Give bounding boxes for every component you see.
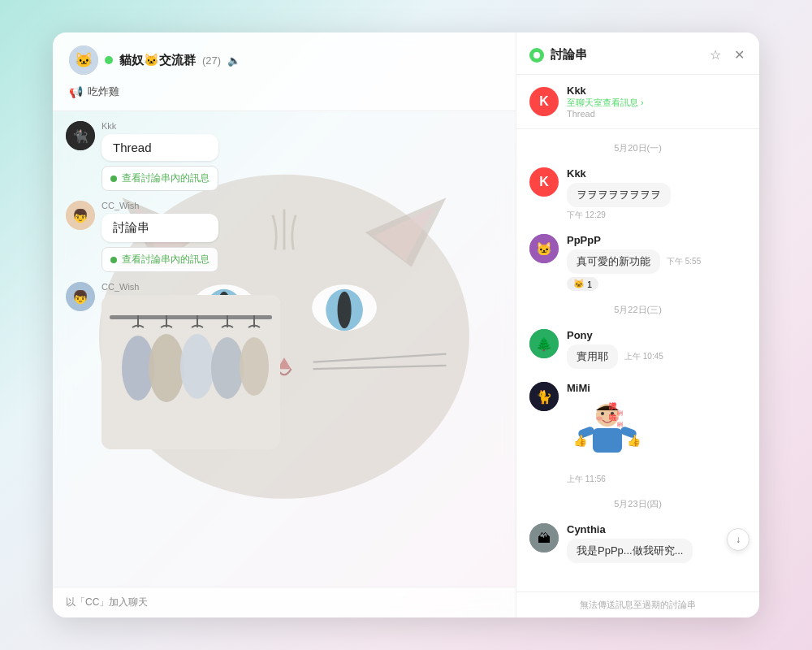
bags-image: [102, 295, 280, 449]
tmsg-time-kkk: 下午 12:29: [567, 210, 746, 221]
thread-footer: 無法傳送訊息至過期的討論串: [516, 592, 759, 618]
thread-panel-dot: [529, 48, 544, 63]
tmsg-name-pppp: PpPpP: [567, 234, 601, 246]
thread-panel: 討論串 ☆ ✕ K Kkk 至聊天室查看訊息 › Thread 5月20日(一)…: [516, 32, 759, 618]
thread-link-label-2: 查看討論串內的訊息: [122, 253, 209, 266]
chat-header: 🐱 貓奴🐱交流群 (27) 🔈 📢 吃炸雞: [53, 32, 516, 111]
thread-link-1[interactable]: 查看討論串內的訊息: [102, 166, 218, 191]
tmsg-name-row-cynthia: Cynthia: [567, 523, 746, 535]
reaction-emoji: 🐱: [573, 279, 585, 289]
svg-text:🐱: 🐱: [536, 241, 552, 257]
svg-point-47: [596, 417, 603, 421]
svg-text:🐈‍⬛: 🐈‍⬛: [72, 128, 89, 144]
tmsg-time-mimi: 上午 11:56: [567, 474, 746, 485]
thread-bubble-1: Thread: [102, 134, 218, 161]
thread-footer-text: 無法傳送訊息至過期的討論串: [580, 600, 696, 609]
thread-link-label-1: 查看討論串內的訊息: [122, 171, 209, 185]
msg-content-1: Kkk Thread 查看討論串內的訊息: [102, 121, 218, 191]
svg-point-45: [601, 412, 604, 415]
svg-text:👍: 👍: [573, 434, 588, 448]
tmsg-text-kkk: ヲヲヲヲヲヲヲヲ: [567, 183, 671, 207]
tmsg-avatar-cynthia: 🏔: [529, 523, 559, 552]
msg-content-3: CC_Wish: [102, 282, 280, 449]
chat-panel: 🐱 貓奴🐱交流群 (27) 🔈 📢 吃炸雞 🐈‍⬛: [53, 32, 516, 618]
thread-msg-pppp: 🐱 PpPpP 真可愛的新功能 下午 5:55 🐱 1: [516, 228, 759, 297]
svg-text:咧: 咧: [617, 410, 623, 416]
speaker-icon: 🔈: [227, 54, 240, 67]
msg-username-1: Kkk: [102, 121, 218, 131]
tmsg-name-row-mimi: MiMi: [567, 382, 746, 394]
thread-bubble-2: 討論串: [102, 214, 218, 242]
thread-panel-title: 討論串: [551, 47, 587, 63]
tmsg-avatar-kkk: K: [529, 167, 559, 197]
tmsg-text-pppp: 真可愛的新功能: [567, 249, 660, 274]
member-count: (27): [202, 54, 221, 67]
svg-rect-49: [593, 428, 622, 453]
avatar-cc-wish-2: 👦: [66, 282, 95, 311]
close-button[interactable]: ✕: [732, 46, 746, 64]
main-container: 🐱 貓奴🐱交流群 (27) 🔈 📢 吃炸雞 🐈‍⬛: [53, 32, 759, 618]
tmsg-time-pony: 上午 10:45: [624, 351, 663, 362]
svg-text:🏔: 🏔: [538, 531, 551, 545]
thread-dot-1: [110, 176, 117, 182]
date-divider-2: 5月22日(三): [516, 297, 759, 323]
avatar-kkk-1: 🐈‍⬛: [66, 121, 95, 150]
group-avatar: 🐱: [69, 46, 98, 75]
star-button[interactable]: ☆: [708, 46, 723, 64]
origin-link[interactable]: 至聊天室查看訊息 ›: [567, 97, 644, 109]
tmsg-body-kkk: Kkk ヲヲヲヲヲヲヲヲ 下午 12:29: [567, 167, 746, 221]
chat-messages: 🐈‍⬛ Kkk Thread 查看討論串內的訊息 👦: [53, 111, 516, 587]
avatar-cc-wish-1: 👦: [66, 201, 95, 230]
thread-msg-kkk: K Kkk ヲヲヲヲヲヲヲヲ 下午 12:29: [516, 161, 759, 228]
date-divider-3: 5月23日(四): [516, 492, 759, 517]
tmsg-name-row-pppp: PpPpP: [567, 234, 746, 246]
svg-point-35: [240, 337, 269, 396]
msg-username-2: CC_Wish: [102, 201, 218, 210]
origin-sublabel: Thread: [567, 109, 644, 119]
tmsg-name-cynthia: Cynthia: [567, 523, 606, 535]
tmsg-name-pony: Pony: [567, 329, 593, 341]
pinned-bar: 📢 吃炸雞: [69, 81, 499, 102]
tmsg-body-cynthia: Cynthia 我是PpPp...做我研究...: [567, 523, 746, 563]
tmsg-time-pppp: 下午 5:55: [667, 256, 701, 267]
tmsg-avatar-mimi: 🐈: [529, 382, 559, 411]
thread-origin: K Kkk 至聊天室查看訊息 › Thread: [516, 75, 759, 129]
chat-footer: 以「CC」加入聊天: [53, 587, 516, 618]
pppp-msg-row: 真可愛的新功能 下午 5:55: [567, 249, 746, 274]
tmsg-name-row-pony: Pony: [567, 329, 746, 341]
pinned-text: 吃炸雞: [88, 84, 119, 99]
thread-msg-cynthia: 🏔 Cynthia 我是PpPp...做我研究...: [516, 517, 759, 570]
thread-messages: 5月20日(一) K Kkk ヲヲヲヲヲヲヲヲ 下午 12:29 🐱: [516, 129, 759, 592]
svg-point-36: [533, 52, 540, 58]
svg-text:👦: 👦: [72, 208, 89, 223]
svg-text:🌲: 🌲: [536, 336, 552, 352]
tmsg-text-cynthia: 我是PpPp...做我研究...: [567, 539, 693, 563]
sticker-mimi: 👍 👍 讚 咧 啦 咧: [567, 397, 648, 470]
svg-point-31: [180, 334, 214, 399]
thread-header: 討論串 ☆ ✕: [516, 32, 759, 75]
svg-point-33: [211, 337, 244, 399]
tmsg-name-row-kkk: Kkk: [567, 167, 746, 180]
thread-header-actions: ☆ ✕: [708, 46, 746, 64]
thread-msg-mimi: 🐈 MiMi: [516, 375, 759, 492]
svg-text:🐈: 🐈: [536, 389, 552, 405]
scroll-down-button[interactable]: ↓: [727, 528, 749, 551]
chat-header-title-row: 🐱 貓奴🐱交流群 (27) 🔈: [69, 46, 499, 75]
pony-msg-row: 實用耶 上午 10:45: [567, 344, 746, 369]
thread-link-2[interactable]: 查看討論串內的訊息: [102, 247, 218, 272]
origin-avatar: K: [529, 87, 559, 116]
tmsg-text-pony: 實用耶: [567, 344, 618, 369]
group-name: 貓奴🐱交流群: [119, 53, 196, 68]
msg-content-2: CC_Wish 討論串 查看討論串內的訊息: [102, 201, 218, 272]
msg-username-3: CC_Wish: [102, 282, 280, 292]
message-row-1: 🐈‍⬛ Kkk Thread 查看討論串內的訊息: [66, 121, 503, 191]
tmsg-name-mimi: MiMi: [567, 382, 590, 394]
reaction-count: 1: [587, 280, 592, 289]
message-row-2: 👦 CC_Wish 討論串 查看討論串內的訊息: [66, 201, 503, 272]
svg-text:👍: 👍: [627, 434, 641, 448]
tmsg-body-pony: Pony 實用耶 上午 10:45: [567, 329, 746, 369]
svg-text:讚: 讚: [609, 402, 617, 410]
reaction-badge-pppp[interactable]: 🐱 1: [567, 277, 598, 291]
svg-text:👦: 👦: [72, 289, 89, 305]
origin-info: Kkk 至聊天室查看訊息 › Thread: [567, 84, 644, 119]
